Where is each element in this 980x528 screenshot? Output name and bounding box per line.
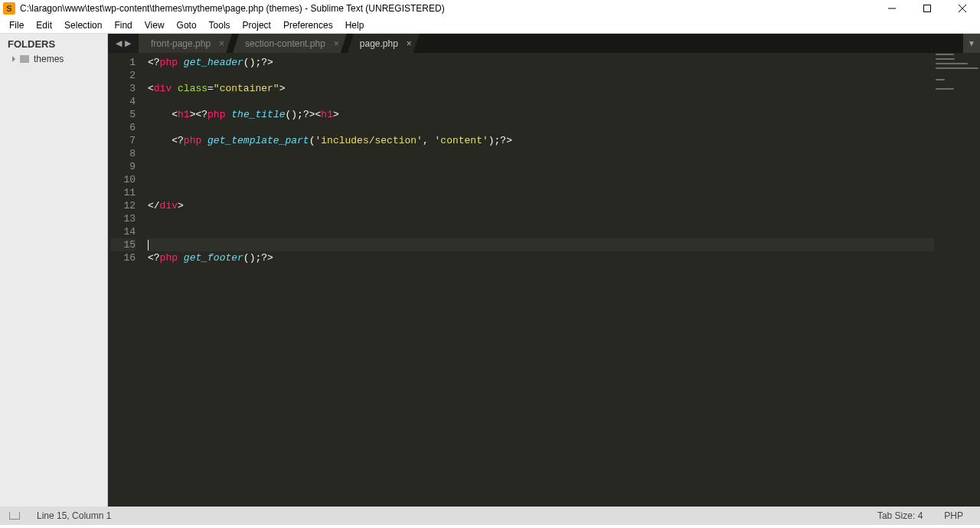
code-line[interactable] [148, 147, 977, 160]
minimize-button[interactable] [874, 0, 910, 17]
menu-goto[interactable]: Goto [171, 18, 203, 32]
code-line[interactable]: </div> [148, 199, 977, 212]
close-icon [959, 5, 966, 12]
line-gutter: 12345678910111213141516 [108, 53, 145, 507]
code-line[interactable] [148, 160, 977, 173]
code-line[interactable] [148, 225, 977, 238]
menu-file[interactable]: File [3, 18, 30, 32]
status-tab-size[interactable]: Tab Size: 4 [870, 510, 930, 521]
menu-project[interactable]: Project [237, 18, 277, 32]
menu-edit[interactable]: Edit [30, 18, 58, 32]
sidebar-folder-themes[interactable]: themes [0, 53, 107, 65]
code-line[interactable] [148, 238, 977, 251]
code-line[interactable]: <?php get_footer();?> [148, 251, 977, 264]
editor: ◀ ▶ front-page.php×section-content.php×p… [108, 34, 980, 507]
tab-section-content-php[interactable]: section-content.php× [233, 34, 347, 53]
minimize-icon [888, 5, 896, 12]
tab-bar: ◀ ▶ front-page.php×section-content.php×p… [108, 34, 980, 53]
menu-tools[interactable]: Tools [203, 18, 237, 32]
tab-history-nav: ◀ ▶ [108, 34, 139, 53]
menu-preferences[interactable]: Preferences [277, 18, 339, 32]
nav-forward-icon[interactable]: ▶ [125, 38, 131, 48]
app-icon: S [3, 2, 15, 15]
close-button[interactable] [945, 0, 980, 17]
menu-help[interactable]: Help [339, 18, 371, 32]
code-line[interactable]: <?php get_header();?> [148, 56, 977, 69]
tab-label: section-content.php [245, 38, 325, 49]
folder-icon [20, 55, 29, 63]
code-line[interactable] [148, 69, 977, 82]
tab-page-php[interactable]: page.php× [348, 34, 420, 53]
tab-label: page.php [360, 38, 398, 49]
editor-body[interactable]: 12345678910111213141516 <?php get_header… [108, 53, 980, 507]
status-syntax[interactable]: PHP [936, 510, 971, 521]
code-line[interactable] [148, 212, 977, 225]
title-bar: S C:\laragon\www\test\wp-content\themes\… [0, 0, 980, 17]
code-line[interactable]: <h1><?php the_title();?><h1> [148, 108, 977, 121]
code-line[interactable] [148, 186, 977, 199]
tab-close-icon[interactable]: × [334, 38, 339, 49]
code-line[interactable] [148, 173, 977, 186]
main-area: FOLDERS themes ◀ ▶ front-page.php×sectio… [0, 34, 980, 507]
maximize-icon [923, 5, 931, 12]
minimap[interactable] [934, 53, 980, 507]
tab-close-icon[interactable]: × [407, 38, 412, 49]
svg-rect-1 [924, 5, 931, 12]
code-line[interactable] [148, 95, 977, 108]
status-position[interactable]: Line 15, Column 1 [29, 510, 119, 521]
sidebar: FOLDERS themes [0, 34, 108, 507]
folder-label: themes [34, 54, 64, 64]
maximize-button[interactable] [910, 0, 945, 17]
window-title: C:\laragon\www\test\wp-content\themes\my… [20, 3, 874, 14]
menu-find[interactable]: Find [108, 18, 138, 32]
tab-label: front-page.php [151, 38, 211, 49]
disclosure-icon [12, 56, 15, 62]
status-bar: Line 15, Column 1 Tab Size: 4 PHP [0, 507, 980, 525]
code-line[interactable]: <?php get_template_part('includes/sectio… [148, 134, 977, 147]
code-area[interactable]: <?php get_header();?><div class="contain… [145, 53, 980, 507]
tab-close-icon[interactable]: × [219, 38, 224, 49]
menu-view[interactable]: View [139, 18, 171, 32]
sidebar-header: FOLDERS [0, 34, 107, 53]
menu-selection[interactable]: Selection [58, 18, 108, 32]
tab-overflow-button[interactable]: ▼ [963, 34, 980, 53]
code-line[interactable] [148, 121, 977, 134]
tab-front-page-php[interactable]: front-page.php× [139, 34, 232, 53]
nav-back-icon[interactable]: ◀ [116, 38, 122, 48]
menu-bar: File Edit Selection Find View Goto Tools… [0, 17, 980, 34]
panel-switch-icon[interactable] [9, 512, 20, 520]
code-line[interactable]: <div class="container"> [148, 82, 977, 95]
